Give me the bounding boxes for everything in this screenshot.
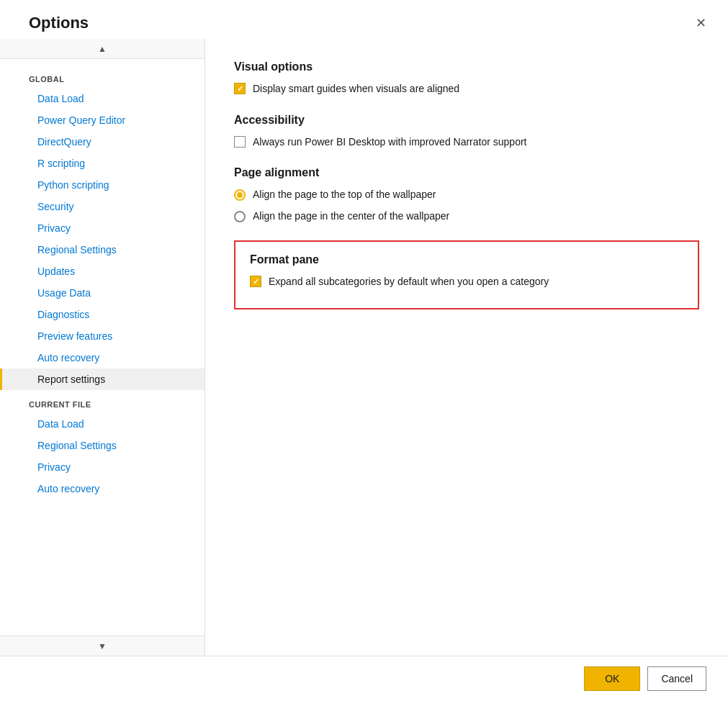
chevron-down-icon: ▼ [98, 641, 107, 651]
accessibility-option-1-label[interactable]: Always run Power BI Desktop with improve… [253, 135, 526, 150]
sidebar-scroll[interactable]: GLOBAL Data Load Power Query Editor Dire… [0, 59, 205, 636]
visual-option-1-checkbox[interactable] [234, 83, 246, 94]
format-pane-title: Format pane [250, 253, 683, 266]
sidebar-item-cf-data-load[interactable]: Data Load [0, 413, 205, 435]
accessibility-option-1-checkbox[interactable] [234, 136, 246, 148]
sidebar-item-power-query-editor[interactable]: Power Query Editor [0, 109, 205, 131]
page-alignment-option-2-label[interactable]: Align the page in the center of the wall… [253, 209, 449, 224]
close-button[interactable]: ✕ [691, 13, 711, 33]
sidebar-item-usage-data[interactable]: Usage Data [0, 282, 205, 304]
sidebar-item-diagnostics[interactable]: Diagnostics [0, 304, 205, 325]
sidebar: ▲ GLOBAL Data Load Power Query Editor Di… [0, 39, 205, 656]
page-alignment-option-1-label[interactable]: Align the page to the top of the wallpap… [253, 188, 436, 202]
ok-button[interactable]: OK [584, 666, 640, 691]
main-content: Visual options Display smart guides when… [205, 39, 728, 656]
accessibility-title: Accessibility [234, 114, 699, 127]
accessibility-option-1-row: Always run Power BI Desktop with improve… [234, 135, 699, 150]
format-pane-section: Format pane Expand all subcategories by … [234, 240, 699, 309]
scroll-up-button[interactable]: ▲ [0, 39, 205, 59]
sidebar-item-python-scripting[interactable]: Python scripting [0, 174, 205, 196]
sidebar-item-security[interactable]: Security [0, 196, 205, 217]
sidebar-item-r-scripting[interactable]: R scripting [0, 153, 205, 174]
dialog-title: Options [29, 14, 89, 32]
current-file-section-label: CURRENT FILE [0, 390, 205, 413]
format-pane-option-1-label[interactable]: Expand all subcategories by default when… [269, 275, 549, 289]
sidebar-item-data-load[interactable]: Data Load [0, 88, 205, 109]
dialog-header: Options ✕ [0, 0, 728, 39]
sidebar-item-auto-recovery[interactable]: Auto recovery [0, 347, 205, 368]
dialog-footer: OK Cancel [0, 656, 728, 701]
page-alignment-section: Page alignment Align the page to the top… [234, 166, 699, 223]
chevron-up-icon: ▲ [98, 44, 107, 54]
visual-option-1-label[interactable]: Display smart guides when visuals are al… [253, 82, 459, 96]
sidebar-item-cf-regional-settings[interactable]: Regional Settings [0, 435, 205, 456]
page-alignment-radio-2[interactable] [234, 211, 246, 222]
visual-option-1-row: Display smart guides when visuals are al… [234, 82, 699, 96]
format-pane-option-1-checkbox[interactable] [250, 276, 261, 287]
sidebar-item-updates[interactable]: Updates [0, 261, 205, 282]
sidebar-item-report-settings[interactable]: Report settings [0, 368, 205, 390]
page-alignment-radio-1[interactable] [234, 189, 246, 201]
cancel-button[interactable]: Cancel [647, 666, 706, 691]
sidebar-item-regional-settings[interactable]: Regional Settings [0, 239, 205, 261]
sidebar-item-cf-auto-recovery[interactable]: Auto recovery [0, 478, 205, 499]
visual-options-title: Visual options [234, 60, 699, 73]
options-dialog: Options ✕ ▲ GLOBAL Data Load Power Query… [0, 0, 728, 701]
accessibility-section: Accessibility Always run Power BI Deskto… [234, 114, 699, 150]
page-alignment-option-2-row: Align the page in the center of the wall… [234, 209, 699, 224]
format-pane-option-1-row: Expand all subcategories by default when… [250, 275, 683, 289]
visual-options-section: Visual options Display smart guides when… [234, 60, 699, 96]
global-section-label: GLOBAL [0, 65, 205, 88]
sidebar-item-directquery[interactable]: DirectQuery [0, 131, 205, 153]
sidebar-item-privacy[interactable]: Privacy [0, 217, 205, 239]
format-pane-box: Format pane Expand all subcategories by … [234, 240, 699, 309]
sidebar-item-cf-privacy[interactable]: Privacy [0, 456, 205, 478]
page-alignment-option-1-row: Align the page to the top of the wallpap… [234, 188, 699, 202]
dialog-body: ▲ GLOBAL Data Load Power Query Editor Di… [0, 39, 728, 656]
page-alignment-title: Page alignment [234, 166, 699, 179]
sidebar-item-preview-features[interactable]: Preview features [0, 325, 205, 347]
scroll-down-button[interactable]: ▼ [0, 636, 205, 656]
